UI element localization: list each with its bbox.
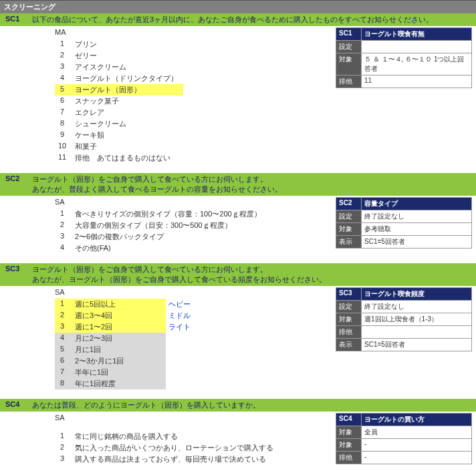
meta-row: 排他11 bbox=[336, 75, 472, 88]
option-number: 4 bbox=[55, 333, 72, 344]
option-row: 11排他 あてはまるものはない bbox=[55, 152, 183, 164]
option-label: ヨーグルト（ドリンクタイプ） bbox=[72, 73, 183, 84]
option-label: スナック菓子 bbox=[72, 96, 183, 107]
option-row: 8年に1回程度 bbox=[55, 378, 196, 389]
option-label: 常に同じ銘柄の商品を購入する bbox=[72, 431, 279, 442]
question-header: SC2ヨーグルト（固形）をご自身で購入して食べている方にお伺いします。あなたが、… bbox=[0, 173, 476, 196]
option-label: 排他 あてはまるものはない bbox=[72, 152, 183, 164]
option-row: 7半年に1回 bbox=[55, 367, 196, 378]
option-label: 購入する商品は決まっておらず、毎回売り場で決めている bbox=[72, 454, 279, 465]
option-row: 8シュークリーム bbox=[55, 118, 183, 130]
meta-key: 設定 bbox=[336, 41, 362, 53]
option-label: 和菓子 bbox=[72, 141, 183, 152]
question-type: MA bbox=[0, 27, 336, 39]
option-number: 3 bbox=[55, 61, 72, 73]
meta-value: 参考聴取 bbox=[362, 223, 472, 236]
option-row: 62〜3か月に1回 bbox=[55, 355, 196, 367]
options-table: 1食べきりサイズの個別タイプ（容量：100〜200ｇ程度）2大容量の個別タイプ（… bbox=[55, 208, 267, 254]
option-label: プリン bbox=[72, 39, 183, 50]
question-body: SA1食べきりサイズの個別タイプ（容量：100〜200ｇ程度）2大容量の個別タイ… bbox=[0, 196, 476, 263]
meta-header-row: SC1ヨーグルト喫食有無 bbox=[336, 28, 472, 41]
meta-row: 対象５ ＆ １〜４, ６〜１０ 1つ以上回答者 bbox=[336, 53, 472, 75]
meta-row: 表示SC1=5回答者 bbox=[336, 339, 472, 351]
option-number: 7 bbox=[55, 107, 72, 118]
option-number: 5 bbox=[55, 84, 72, 96]
meta-value: SC1=5回答者 bbox=[362, 339, 472, 351]
option-label: その他(FA) bbox=[72, 243, 267, 254]
option-row: 2週に3〜4回ミドル bbox=[55, 310, 196, 321]
option-number: 11 bbox=[55, 152, 72, 164]
meta-header-row: SC3ヨーグルト喫食頻度 bbox=[336, 288, 472, 301]
meta-header-row: SC4ヨーグルトの買い方 bbox=[336, 414, 472, 426]
option-row: 3週に1〜2回ライト bbox=[55, 321, 196, 333]
meta-key: 表示 bbox=[336, 339, 362, 351]
option-number: 3 bbox=[55, 231, 72, 243]
options-table: 1プリン2ゼリー3アイスクリーム4ヨーグルト（ドリンクタイプ）5ヨーグルト（固形… bbox=[55, 39, 183, 164]
option-row: 2大容量の個別タイプ（目安：300〜500ｇ程度） bbox=[55, 220, 267, 231]
meta-table: SC3ヨーグルト喫食頻度設定終了設定なし対象週1回以上喫食者（1-3）排他表示S… bbox=[336, 287, 472, 351]
meta-area: SC4ヨーグルトの買い方対象全員対象-排他- bbox=[336, 413, 472, 464]
option-label: エクレア bbox=[72, 107, 183, 118]
meta-area: SC3ヨーグルト喫食頻度設定終了設定なし対象週1回以上喫食者（1-3）排他表示S… bbox=[336, 287, 472, 351]
option-row: 1常に同じ銘柄の商品を購入する bbox=[55, 431, 279, 442]
option-note: ヘビー bbox=[166, 299, 196, 310]
question-code: SC3 bbox=[0, 263, 29, 274]
meta-key: 対象 bbox=[336, 53, 362, 75]
question-text: あなたは普段、どのようにヨーグルト（固形）を購入していますか。 bbox=[29, 399, 476, 412]
option-label: 年に1回程度 bbox=[72, 378, 166, 389]
option-number: 2 bbox=[55, 220, 72, 231]
option-row: 2ゼリー bbox=[55, 50, 183, 61]
options-area: SA1食べきりサイズの個別タイプ（容量：100〜200ｇ程度）2大容量の個別タイ… bbox=[0, 196, 336, 263]
meta-header-title: 容量タイプ bbox=[362, 198, 472, 210]
option-label: ケーキ類 bbox=[72, 130, 183, 141]
option-row: 9ケーキ類 bbox=[55, 130, 183, 141]
option-row: 3アイスクリーム bbox=[55, 61, 183, 73]
question-header: SC4あなたは普段、どのようにヨーグルト（固形）を購入していますか。 bbox=[0, 399, 476, 412]
meta-row: 対象全員 bbox=[336, 426, 472, 439]
option-number: 8 bbox=[55, 378, 72, 389]
meta-area: SC1ヨーグルト喫食有無設定対象５ ＆ １〜４, ６〜１０ 1つ以上回答者排他1… bbox=[336, 27, 472, 88]
option-number: 2 bbox=[55, 50, 72, 61]
meta-value: 11 bbox=[362, 75, 472, 88]
option-label: 2〜6個の複数パックタイプ bbox=[72, 231, 267, 243]
meta-value: SC1=5回答者 bbox=[362, 236, 472, 249]
meta-header-code: SC4 bbox=[336, 414, 362, 426]
meta-value: ５ ＆ １〜４, ６〜１０ 1つ以上回答者 bbox=[362, 53, 472, 75]
option-number: 1 bbox=[55, 299, 72, 310]
meta-value: 終了設定なし bbox=[362, 301, 472, 313]
option-number: 7 bbox=[55, 367, 72, 378]
option-label: 週に3〜4回 bbox=[72, 310, 166, 321]
spacer bbox=[0, 424, 336, 431]
option-label: 食べきりサイズの個別タイプ（容量：100〜200ｇ程度） bbox=[72, 208, 267, 220]
option-number: 8 bbox=[55, 118, 72, 130]
option-label: 月に1回 bbox=[72, 344, 166, 355]
meta-key: 対象 bbox=[336, 439, 362, 452]
meta-header-code: SC2 bbox=[336, 198, 362, 210]
meta-key: 設定 bbox=[336, 210, 362, 223]
question-body: SA1常に同じ銘柄の商品を購入する2気に入った商品がいくつかあり、ローテーション… bbox=[0, 412, 476, 471]
option-row: 4ヨーグルト（ドリンクタイプ） bbox=[55, 73, 183, 84]
meta-header-title: ヨーグルトの買い方 bbox=[362, 414, 472, 426]
meta-table: SC1ヨーグルト喫食有無設定対象５ ＆ １〜４, ６〜１０ 1つ以上回答者排他1… bbox=[336, 27, 472, 88]
option-label: 月に2〜3回 bbox=[72, 333, 166, 344]
meta-row: 排他 bbox=[336, 326, 472, 339]
option-number: 2 bbox=[55, 310, 72, 321]
option-prefix: 排他 bbox=[75, 153, 95, 163]
question-code: SC1 bbox=[0, 13, 29, 24]
meta-key: 対象 bbox=[336, 313, 362, 326]
option-row: 4その他(FA) bbox=[55, 243, 267, 254]
meta-area: SC2容量タイプ設定終了設定なし対象参考聴取表示SC1=5回答者 bbox=[336, 197, 472, 249]
meta-key: 排他 bbox=[336, 452, 362, 464]
meta-key: 対象 bbox=[336, 223, 362, 236]
meta-key: 対象 bbox=[336, 426, 362, 439]
meta-value: 週1回以上喫食者（1-3） bbox=[362, 313, 472, 326]
option-number: 1 bbox=[55, 431, 72, 442]
meta-value bbox=[362, 41, 472, 53]
options-table: 1週に5回以上ヘビー2週に3〜4回ミドル3週に1〜2回ライト4月に2〜3回5月に… bbox=[55, 299, 196, 389]
option-row: 1プリン bbox=[55, 39, 183, 50]
section-title: スクリーニング bbox=[0, 0, 476, 13]
question-code: SC2 bbox=[0, 173, 29, 184]
question-type: SA bbox=[0, 287, 336, 299]
option-label: ヨーグルト（固形） bbox=[72, 84, 183, 96]
meta-header-title: ヨーグルト喫食有無 bbox=[362, 28, 472, 41]
